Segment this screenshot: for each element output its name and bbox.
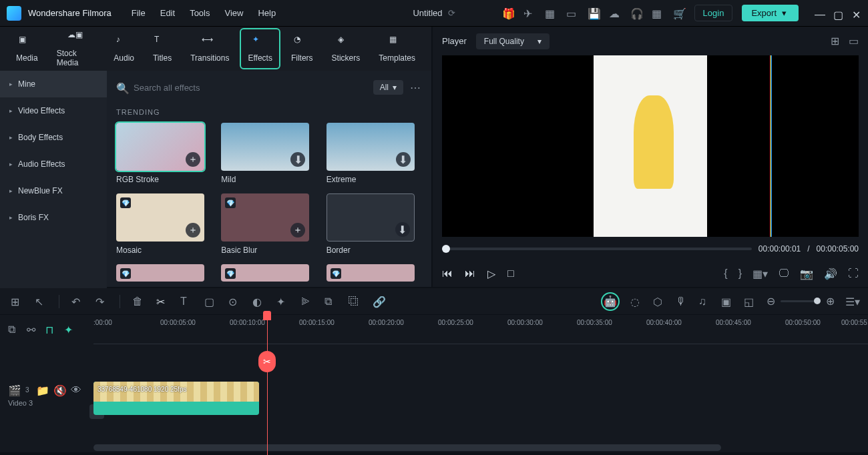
copy-icon[interactable]: ⿻	[349, 296, 361, 308]
record-icon[interactable]: ▣	[721, 296, 733, 308]
screen-icon[interactable]: ▭	[566, 7, 578, 19]
minimize-button[interactable]: —	[815, 9, 824, 18]
effect-mosaic[interactable]: 💎＋Mosaic	[116, 193, 204, 255]
snapshot-view-icon[interactable]: ▭	[849, 35, 859, 47]
maximize-button[interactable]: ▢	[833, 9, 843, 18]
aspect-menu-icon[interactable]: ▦▾	[752, 268, 768, 280]
export-button[interactable]: Export▾	[742, 5, 799, 21]
effect-extreme[interactable]: ⬇Extreme	[327, 123, 415, 184]
add-icon[interactable]: ＋	[186, 152, 200, 167]
link-icon[interactable]: 🔗	[373, 296, 385, 308]
color-icon[interactable]: ◐	[252, 296, 264, 308]
ai-button[interactable]: 🤖	[601, 292, 620, 311]
effect-row3-1[interactable]: 💎	[116, 264, 204, 282]
visibility-icon[interactable]: 👁	[71, 384, 81, 395]
camera-icon[interactable]: 📷	[800, 268, 813, 280]
login-button[interactable]: Login	[694, 5, 733, 21]
sidebar-item-mine[interactable]: ▸Mine	[0, 71, 107, 97]
magnet-icon[interactable]: ⊓	[45, 324, 57, 336]
tracks-area[interactable]: 33768549-461080 1920 25fps	[93, 344, 868, 443]
quality-dropdown[interactable]: Full Quality▾	[476, 33, 550, 49]
group-icon[interactable]: ⧉	[324, 296, 337, 308]
tab-titles[interactable]: TTitles	[153, 35, 172, 63]
effect-border[interactable]: ⬇Border	[327, 193, 415, 255]
menu-file[interactable]: File	[132, 8, 146, 18]
cart-icon[interactable]: 🛒	[673, 7, 685, 19]
effect-mild[interactable]: ⬇Mild	[221, 123, 309, 184]
preview-area[interactable]	[442, 55, 859, 237]
tab-audio[interactable]: ♪Audio	[114, 35, 134, 63]
playhead[interactable]: ✂	[267, 311, 268, 455]
track-link-icon[interactable]: ⚯	[27, 324, 39, 336]
next-frame-button[interactable]: ⏭	[465, 268, 475, 280]
brace-close-icon[interactable]: }	[738, 268, 742, 280]
pip-icon[interactable]: ◱	[744, 296, 756, 308]
redo-icon[interactable]: ↷	[95, 296, 107, 308]
effect-row3-3[interactable]: 💎	[327, 264, 415, 282]
speed-icon[interactable]: ⊙	[228, 296, 240, 308]
download-icon[interactable]: ⬇	[395, 222, 410, 237]
volume-icon[interactable]: 🔊	[824, 268, 837, 280]
list-view-icon[interactable]: ☰▾	[845, 296, 857, 308]
zoom-in-button[interactable]: ⊕	[826, 295, 835, 308]
download-icon[interactable]: ⬇	[290, 152, 305, 167]
crop-icon[interactable]: ▢	[204, 296, 216, 308]
time-ruler[interactable]: ✂ :00:00 00:00:05:00 00:00:10:00 00:00:1…	[93, 315, 868, 344]
scrubber[interactable]	[442, 248, 752, 250]
menu-tools[interactable]: Tools	[190, 8, 210, 18]
tab-filters[interactable]: ◔Filters	[291, 35, 313, 63]
fullscreen-icon[interactable]: ⛶	[848, 268, 859, 280]
filter-dropdown[interactable]: All▾	[373, 80, 403, 95]
tab-media[interactable]: ▣Media	[16, 35, 38, 63]
gift-icon[interactable]: 🎁	[502, 7, 514, 19]
zoom-slider[interactable]	[781, 300, 821, 302]
display-icon[interactable]: 🖵	[779, 268, 789, 280]
effect-rgb-stroke[interactable]: ＋RGB Stroke	[116, 123, 204, 184]
enhance-icon[interactable]: ✦	[276, 296, 288, 308]
mic-icon[interactable]: 🎙	[676, 296, 688, 308]
grid-view-icon[interactable]: ⊞	[831, 35, 839, 47]
close-button[interactable]: ✕	[852, 9, 861, 18]
sidebar-item-audio-effects[interactable]: ▸Audio Effects	[0, 151, 107, 177]
render-icon[interactable]: ◌	[630, 296, 642, 308]
add-icon[interactable]: ＋	[186, 223, 200, 238]
prev-frame-button[interactable]: ⏮	[442, 268, 453, 280]
sidebar-item-video-effects[interactable]: ▸Video Effects	[0, 97, 107, 124]
mute-icon[interactable]: 🔇	[53, 384, 64, 395]
tab-templates[interactable]: ▦Templates	[379, 35, 415, 63]
sidebar-item-newblue-fx[interactable]: ▸NewBlue FX	[0, 177, 107, 204]
video-clip[interactable]: 33768549-461080 1920 25fps	[93, 382, 259, 415]
layout-icon[interactable]: ⊞	[11, 296, 23, 308]
send-icon[interactable]: ✈	[523, 7, 535, 19]
sidebar-item-boris-fx[interactable]: ▸Boris FX	[0, 204, 107, 231]
marker-icon[interactable]: ⬡	[653, 296, 665, 308]
cut-icon[interactable]: ✂	[156, 296, 168, 308]
menu-view[interactable]: View	[224, 8, 243, 18]
add-icon[interactable]: ＋	[290, 223, 305, 238]
play-button[interactable]: ▷	[487, 268, 495, 280]
menu-edit[interactable]: Edit	[160, 8, 175, 18]
search-input[interactable]	[134, 83, 367, 93]
menu-help[interactable]: Help	[258, 8, 276, 18]
stop-button[interactable]: □	[507, 268, 514, 280]
tab-transitions[interactable]: ⟷Transitions	[190, 35, 229, 63]
download-icon[interactable]: ⬇	[396, 152, 411, 167]
adjust-icon[interactable]: ⫸	[300, 296, 312, 308]
task-icon[interactable]: ▦	[545, 7, 557, 19]
zoom-out-button[interactable]: ⊖	[767, 295, 775, 308]
timeline-scrollbar[interactable]	[0, 443, 868, 452]
more-menu-button[interactable]: ⋯	[410, 81, 422, 94]
sidebar-item-body-effects[interactable]: ▸Body Effects	[0, 124, 107, 151]
tab-effects[interactable]: ✦Effects	[241, 29, 278, 68]
scrubber-knob[interactable]	[442, 245, 450, 253]
music-icon[interactable]: ♫	[698, 296, 710, 308]
apps-icon[interactable]: ▦	[652, 7, 664, 19]
tab-stickers[interactable]: ◈Stickers	[332, 35, 361, 63]
brace-open-icon[interactable]: {	[724, 268, 727, 280]
tab-stock-media[interactable]: ☁▣Stock Media	[57, 30, 95, 67]
effect-row3-2[interactable]: 💎	[221, 264, 309, 282]
cloud-icon[interactable]: ☁	[609, 7, 621, 19]
effect-basic-blur[interactable]: 💎＋Basic Blur	[221, 193, 309, 255]
folder-icon[interactable]: 📁	[36, 384, 47, 395]
text-icon[interactable]: T	[180, 296, 192, 308]
